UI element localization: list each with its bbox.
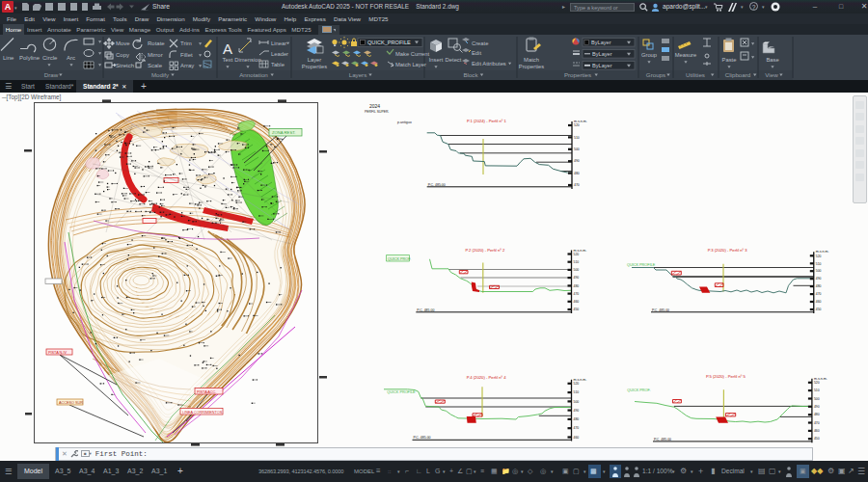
svg-text:Move: Move [116, 40, 130, 46]
svg-text:Match: Match [524, 57, 539, 63]
svg-text:Layer: Layer [308, 57, 322, 63]
svg-text:Properties: Properties [564, 71, 591, 78]
svg-text:ByLayer: ByLayer [591, 40, 611, 45]
svg-text:Polyline: Polyline [19, 55, 41, 61]
svg-text:Match Layer: Match Layer [395, 62, 426, 67]
svg-text:470: 470 [574, 426, 580, 430]
svg-text:P.5 (2020) - Perfil nº 5: P.5 (2020) - Perfil nº 5 [706, 374, 746, 379]
svg-text:490: 490 [574, 276, 580, 280]
svg-text:Scale: Scale [148, 63, 163, 68]
svg-text:500: 500 [574, 400, 580, 404]
svg-text:500: 500 [574, 268, 580, 272]
svg-text:480: 480 [574, 417, 580, 421]
svg-text:Annotation: Annotation [239, 71, 268, 78]
svg-text:Copy: Copy [116, 52, 129, 58]
svg-text:520: 520 [816, 254, 822, 258]
svg-text:PERFIL SUPER.: PERFIL SUPER. [365, 110, 389, 114]
svg-text:510: 510 [574, 260, 580, 264]
svg-text:A: A [223, 40, 232, 57]
svg-text:450: 450 [814, 437, 820, 441]
svg-text:Mirror: Mirror [148, 52, 163, 58]
svg-text:Edit Attributes: Edit Attributes [472, 61, 506, 67]
svg-text:P.C. 485.00: P.C. 485.00 [428, 183, 446, 187]
svg-text:460: 460 [816, 300, 822, 304]
svg-text:QUICK PROF.: QUICK PROF. [388, 257, 411, 261]
svg-text:P.3 (2020) - Perfil nº 3: P.3 (2020) - Perfil nº 3 [708, 248, 747, 253]
svg-text:510: 510 [574, 390, 580, 394]
svg-text:Insert: Insert [429, 57, 444, 63]
svg-text:ZONA REST.: ZONA REST. [272, 130, 295, 135]
svg-text:480: 480 [574, 172, 580, 175]
svg-text:490: 490 [574, 159, 580, 163]
svg-text:470: 470 [574, 183, 580, 187]
svg-text:Circle: Circle [42, 55, 58, 61]
svg-text:510: 510 [814, 388, 820, 392]
svg-text:Paste: Paste [722, 57, 737, 63]
svg-text:P.4 (2020) - Perfil nº 4: P.4 (2020) - Perfil nº 4 [467, 375, 506, 380]
svg-text:Leader: Leader [271, 51, 288, 57]
svg-text:Arc: Arc [67, 55, 75, 61]
svg-text:500: 500 [574, 147, 580, 151]
svg-text:Clipboard: Clipboard [725, 71, 751, 78]
svg-text:490: 490 [816, 277, 822, 281]
svg-text:460: 460 [574, 300, 580, 304]
svg-text:Edit: Edit [472, 50, 481, 56]
svg-text:Table: Table [271, 62, 285, 67]
svg-text:480: 480 [814, 413, 820, 416]
svg-text:Create: Create [472, 40, 488, 46]
svg-text:ACCESO SUR: ACCESO SUR [59, 401, 83, 405]
svg-text:510: 510 [574, 136, 580, 140]
svg-text:Layers: Layers [349, 71, 367, 78]
svg-text:Trim: Trim [180, 40, 192, 46]
svg-text:Detect: Detect [446, 57, 462, 63]
svg-text:500: 500 [814, 397, 820, 401]
svg-text:520: 520 [574, 382, 580, 386]
svg-text:510: 510 [816, 262, 822, 266]
svg-text:LINEA CORRIMIENTOS: LINEA CORRIMIENTOS [182, 411, 223, 415]
svg-text:Fillet: Fillet [180, 52, 193, 58]
svg-text:P.C. 485.00: P.C. 485.00 [652, 308, 669, 312]
svg-text:Make Current: Make Current [395, 51, 430, 57]
svg-text:PISTA N-IV: PISTA N-IV [48, 351, 68, 355]
svg-text:ByLayer: ByLayer [592, 63, 612, 68]
svg-text:450: 450 [574, 308, 580, 311]
svg-text:View: View [765, 71, 778, 78]
svg-text:P.C. 485.00: P.C. 485.00 [414, 436, 431, 440]
svg-text:p.antiguo: p.antiguo [397, 120, 412, 124]
svg-text:520: 520 [574, 123, 580, 127]
svg-text:Measure: Measure [675, 52, 697, 58]
svg-text:QUICK PROFILE: QUICK PROFILE [627, 263, 656, 267]
svg-text:470: 470 [574, 292, 580, 296]
svg-text:500: 500 [816, 269, 822, 273]
svg-text:QUICK_PROFILE: QUICK_PROFILE [367, 40, 411, 45]
svg-text:470: 470 [816, 292, 822, 296]
svg-text:Text: Text [222, 57, 232, 63]
svg-text:QUICK PROF.: QUICK PROF. [627, 388, 650, 392]
svg-text:Base: Base [766, 57, 778, 63]
svg-text:Line: Line [3, 55, 14, 61]
svg-text:Modify: Modify [151, 71, 170, 78]
svg-text:470: 470 [814, 421, 820, 425]
svg-text:450: 450 [816, 308, 822, 311]
svg-text:490: 490 [574, 409, 580, 413]
svg-text:Group: Group [641, 52, 657, 58]
svg-text:Rotate: Rotate [148, 40, 165, 46]
svg-text:Utilities: Utilities [686, 71, 705, 78]
svg-text:Properties: Properties [519, 64, 545, 69]
svg-text:Groups: Groups [646, 71, 665, 78]
svg-text:QUICK PROFILE: QUICK PROFILE [387, 390, 416, 394]
svg-text:2024: 2024 [369, 103, 380, 109]
svg-text:Array: Array [180, 63, 194, 68]
svg-text:P.C. 485.00: P.C. 485.00 [417, 308, 434, 312]
svg-text:PISTA ACC.: PISTA ACC. [197, 390, 216, 394]
svg-text:520: 520 [814, 381, 820, 385]
svg-text:520: 520 [574, 253, 580, 256]
svg-text:P.C. 485.00: P.C. 485.00 [654, 438, 671, 442]
svg-text:480: 480 [574, 284, 580, 288]
svg-text:P.1 (2024) - Perfil nº 1: P.1 (2024) - Perfil nº 1 [467, 119, 506, 123]
svg-text:Dimension: Dimension [234, 57, 260, 63]
svg-text:Stretch: Stretch [116, 63, 134, 68]
svg-text:ByLayer: ByLayer [592, 51, 612, 57]
svg-text:Properties: Properties [302, 64, 328, 69]
svg-text:460: 460 [814, 429, 820, 433]
